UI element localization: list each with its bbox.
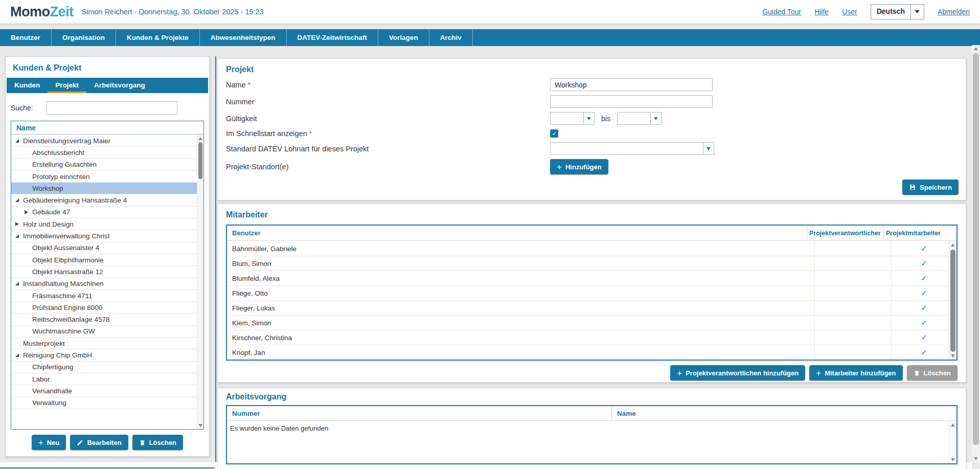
panel-splitter[interactable] [215, 56, 216, 462]
add-standort-button[interactable]: + Hinzufügen [550, 159, 608, 174]
tree-item-objekt-elbphilharmonie[interactable]: Objekt Elbphilharmonie [11, 254, 197, 266]
scroll-up-icon[interactable] [198, 137, 202, 140]
tree-item-reibschweißanlage-4578[interactable]: Reibschweißanlage 4578 [11, 314, 197, 325]
projektmitarbeiter-cell[interactable]: ✓ [891, 330, 956, 345]
gueltigkeit-to-select[interactable] [617, 112, 662, 125]
nav-tab-vorlagen[interactable]: Vorlagen [378, 29, 429, 46]
tree-item-holz-und-design[interactable]: Holz und Design [11, 218, 197, 230]
projektmitarbeiter-cell[interactable]: ✓ [891, 316, 956, 330]
tree-item-instandhaltung-maschinen[interactable]: Instandhaltung Maschinen [11, 278, 197, 290]
projektmitarbeiter-cell[interactable]: ✓ [891, 241, 956, 256]
table-row-fliege-otto[interactable]: Fliege, Otto✓ [227, 286, 956, 301]
scrollbar-thumb[interactable] [198, 142, 202, 179]
scroll-down-icon[interactable] [951, 354, 955, 358]
search-input[interactable] [47, 101, 177, 115]
logout-link[interactable]: Abmelden [938, 8, 970, 16]
scroll-up-icon[interactable] [974, 47, 978, 50]
table-row-flieger-lukas[interactable]: Flieger, Lukas✓ [227, 301, 956, 316]
tree-item-versandhalle[interactable]: Versandhalle [11, 385, 197, 397]
chevron-down-icon[interactable] [650, 112, 662, 125]
scroll-up-icon[interactable] [951, 423, 955, 427]
chevron-down-icon[interactable] [583, 112, 595, 125]
collapse-icon[interactable] [15, 139, 19, 143]
column-header-projektverantwortlicher[interactable]: Projektverantwortlicher [807, 226, 883, 240]
tree-item-gebäudereinigung-hansastraße-4[interactable]: Gebäudereinigung Hansastraße 4 [11, 194, 197, 206]
gueltigkeit-from-select[interactable] [550, 112, 595, 125]
tab-kunden[interactable]: Kunden [7, 78, 48, 93]
name-field[interactable] [550, 78, 713, 91]
projektverantwortlicher-cell[interactable] [814, 330, 891, 345]
scrollbar-thumb[interactable] [973, 53, 979, 445]
gueltigkeit-from-value[interactable] [550, 112, 584, 125]
new-button[interactable]: + Neu [32, 435, 66, 450]
table-row-bahnmüller-gabriele[interactable]: Bahnmüller, Gabriele✓ [227, 241, 956, 256]
table-row-kirschner-christina[interactable]: Kirschner, Christina✓ [227, 330, 956, 345]
collapse-icon[interactable] [15, 353, 19, 357]
arbeitsvorgang-vertical-scrollbar[interactable] [949, 421, 956, 463]
projektmitarbeiter-cell[interactable]: ✓ [891, 286, 956, 300]
nummer-field[interactable] [550, 95, 713, 108]
column-header-benutzer[interactable]: Benutzer [227, 226, 807, 240]
user-link[interactable]: User [842, 8, 857, 16]
add-projektverantwortlicher-button[interactable]: + Projektverantwortlichen hinzufügen [670, 365, 805, 381]
help-link[interactable]: Hilfe [814, 8, 829, 16]
tree-item-labor[interactable]: Labor [11, 373, 197, 385]
chevron-down-icon[interactable] [910, 5, 924, 19]
projektverantwortlicher-cell[interactable] [814, 301, 891, 315]
scroll-down-icon[interactable] [198, 424, 202, 427]
nav-tab-archiv[interactable]: Archiv [429, 29, 473, 46]
edit-button[interactable]: Bearbeiten [70, 435, 128, 450]
datev-lohnart-select[interactable] [550, 142, 714, 155]
column-header-projektmitarbeiter[interactable]: Projektmitarbeiter [883, 226, 956, 240]
tree-item-dienstleistungsvertrag-maier[interactable]: Dienstleistungsvertrag Maier [11, 135, 197, 147]
projektverantwortlicher-cell[interactable] [814, 256, 891, 271]
column-header-nummer[interactable]: Nummer [227, 406, 611, 420]
tree-item-wuchtmaschine-gw[interactable]: Wuchtmaschine GW [11, 326, 197, 338]
table-row-blum-simon[interactable]: Blum, Simon✓ [227, 256, 956, 271]
datev-lohnart-value[interactable] [550, 142, 703, 155]
chevron-down-icon[interactable] [703, 142, 714, 155]
scroll-down-icon[interactable] [974, 457, 978, 460]
projektverantwortlicher-cell[interactable] [814, 286, 891, 300]
mitarbeiter-vertical-scrollbar[interactable] [949, 241, 956, 360]
projektmitarbeiter-cell[interactable]: ✓ [891, 271, 956, 285]
schnellstart-checkbox[interactable]: ✓ [550, 129, 558, 138]
guided-tour-link[interactable]: Guided Tour [762, 8, 801, 16]
tree-item-immobilienverwaltung-christ[interactable]: Immobilienverwaltung Christ [11, 230, 197, 242]
delete-button[interactable]: Löschen [132, 435, 183, 450]
tab-projekt[interactable]: Projekt [48, 78, 86, 93]
table-row-kiem-simon[interactable]: Kiem, Simon✓ [227, 316, 956, 330]
projektmitarbeiter-cell[interactable]: ✓ [891, 256, 956, 271]
tree-item-prüfstand-engine-8000[interactable]: Prüfstand Engine 8000 [11, 302, 197, 314]
projektmitarbeiter-cell[interactable]: ✓ [891, 345, 956, 360]
tree-vertical-scrollbar[interactable] [197, 135, 203, 429]
scroll-up-icon[interactable] [951, 243, 955, 247]
tree-item-workshop[interactable]: Workshop [11, 183, 197, 194]
gueltigkeit-to-value[interactable] [617, 112, 651, 125]
tree-item-prototyp-einrichten[interactable]: Prototyp einrichten [11, 171, 197, 183]
tree-item-erstellung-gutachten[interactable]: Erstellung Gutachten [11, 159, 197, 171]
collapse-icon[interactable] [15, 282, 19, 285]
tree-item-gebäude-47[interactable]: Gebäude 47 [11, 207, 197, 218]
expand-icon[interactable] [25, 210, 28, 214]
save-button[interactable]: Speichern [902, 180, 959, 195]
page-vertical-scrollbar[interactable] [972, 45, 980, 462]
nav-tab-abwesenheitstypen[interactable]: Abwesenheitstypen [200, 29, 287, 46]
collapse-icon[interactable] [15, 234, 19, 238]
projektverantwortlicher-cell[interactable] [814, 345, 891, 360]
tree-item-objekt-hansastraße-12[interactable]: Objekt Hansastraße 12 [11, 266, 197, 278]
language-select[interactable]: Deutsch [871, 4, 924, 19]
tree-item-fräsmaschine-4711[interactable]: Fräsmaschine 4711 [11, 290, 197, 302]
tree-item-reinigung-chip-gmbh[interactable]: Reinigung Chip GmbH [11, 349, 197, 361]
tree-item-musterprojekt[interactable]: Musterprojekt [11, 338, 197, 349]
table-row-knopf-jan[interactable]: Knopf, Jan✓ [227, 345, 956, 360]
delete-mitarbeiter-button[interactable]: Löschen [907, 365, 958, 381]
nav-tab-datev-zeitwirtschaft[interactable]: DATEV-Zeitwirtschaft [287, 29, 378, 46]
tree-item-abschlussbericht[interactable]: Abschlussbericht [11, 147, 197, 159]
tree-item-verwaltung[interactable]: Verwaltung [11, 397, 197, 409]
tree-item-chipfertigung[interactable]: Chipfertigung [11, 362, 197, 373]
projektverantwortlicher-cell[interactable] [814, 241, 891, 256]
nav-tab-organisation[interactable]: Organisation [52, 29, 116, 46]
scroll-down-icon[interactable] [951, 458, 955, 461]
tab-arbeitsvorgang[interactable]: Arbeitsvorgang [86, 78, 153, 93]
